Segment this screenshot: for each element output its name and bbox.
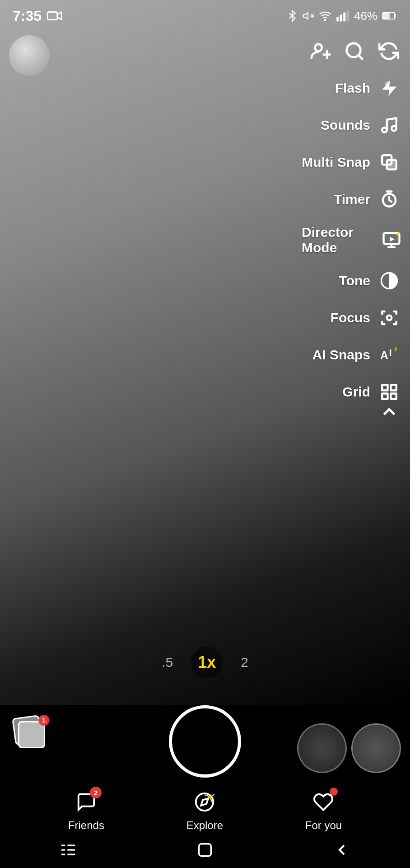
svg-text:A: A bbox=[380, 349, 388, 361]
status-time: 7:35 bbox=[13, 8, 42, 24]
svg-marker-16 bbox=[382, 80, 396, 96]
svg-rect-5 bbox=[336, 17, 339, 22]
collapse-menu-button[interactable] bbox=[377, 400, 401, 424]
wifi-icon bbox=[319, 9, 331, 22]
focus-icon bbox=[377, 306, 401, 330]
svg-line-24 bbox=[389, 200, 391, 202]
flip-camera-button[interactable] bbox=[378, 41, 399, 63]
battery-icon bbox=[382, 11, 397, 20]
friends-badge: 2 bbox=[90, 787, 102, 798]
nav-item-explore[interactable]: Explore bbox=[186, 788, 223, 832]
recent-snaps bbox=[297, 723, 401, 773]
timer-icon bbox=[377, 188, 401, 211]
svg-rect-10 bbox=[383, 13, 389, 19]
svg-rect-0 bbox=[47, 12, 57, 20]
mute-icon bbox=[303, 10, 314, 22]
svg-point-11 bbox=[315, 44, 322, 51]
camera-menu: Flash Sounds Multi Snap bbox=[293, 70, 410, 410]
svg-rect-33 bbox=[382, 385, 387, 390]
svg-point-30 bbox=[387, 316, 392, 321]
svg-rect-8 bbox=[347, 10, 349, 22]
svg-rect-6 bbox=[340, 15, 342, 22]
video-icon bbox=[47, 8, 62, 24]
svg-marker-28 bbox=[390, 237, 395, 242]
svg-rect-35 bbox=[382, 394, 387, 399]
multi-snap-icon bbox=[377, 151, 401, 174]
zoom-1x-button[interactable]: 1x bbox=[191, 646, 223, 678]
top-controls bbox=[311, 32, 410, 72]
menu-item-multi-snap[interactable]: Multi Snap bbox=[293, 144, 410, 180]
svg-point-4 bbox=[325, 19, 326, 20]
svg-rect-34 bbox=[391, 385, 396, 390]
menu-item-director-mode[interactable]: Director Mode bbox=[293, 218, 410, 262]
nav-label-for-you: For you bbox=[305, 819, 342, 832]
ai-snaps-icon: A I bbox=[377, 343, 401, 367]
svg-rect-7 bbox=[343, 13, 345, 22]
system-navigation-bar bbox=[0, 832, 410, 868]
status-bar: 7:35 46% bbox=[0, 0, 410, 32]
menu-item-tone[interactable]: Tone bbox=[293, 263, 410, 299]
svg-marker-1 bbox=[303, 12, 308, 19]
menu-item-focus[interactable]: Focus bbox=[293, 300, 410, 336]
svg-line-15 bbox=[359, 55, 362, 59]
menu-item-ai-snaps[interactable]: AI Snaps A I bbox=[293, 337, 410, 373]
menu-item-timer[interactable]: Timer bbox=[293, 181, 410, 217]
for-you-badge bbox=[330, 788, 338, 796]
signal-icon bbox=[336, 10, 349, 22]
avatar[interactable] bbox=[9, 35, 50, 76]
sounds-icon bbox=[377, 113, 401, 137]
svg-text:I: I bbox=[389, 348, 392, 358]
sys-home-button[interactable] bbox=[191, 836, 219, 863]
svg-point-19 bbox=[391, 126, 396, 131]
menu-item-flash[interactable]: Flash bbox=[293, 70, 410, 106]
zoom-controls: .5 1x 2 bbox=[162, 646, 248, 678]
svg-rect-36 bbox=[391, 394, 396, 399]
svg-rect-21 bbox=[387, 160, 396, 170]
recent-snap-1[interactable] bbox=[297, 723, 347, 773]
nav-label-friends: Friends bbox=[68, 819, 104, 832]
nav-label-explore: Explore bbox=[186, 819, 223, 832]
nav-item-for-you[interactable]: For you bbox=[305, 788, 342, 832]
battery-text: 46% bbox=[354, 9, 377, 23]
search-button[interactable] bbox=[344, 41, 365, 63]
director-mode-icon bbox=[382, 228, 401, 252]
sys-back-button[interactable] bbox=[328, 836, 355, 863]
tone-icon bbox=[377, 269, 401, 292]
svg-point-18 bbox=[382, 127, 387, 132]
zoom-2x-button[interactable]: 2 bbox=[241, 655, 248, 670]
recent-snap-2[interactable] bbox=[351, 723, 401, 773]
svg-point-37 bbox=[196, 793, 213, 811]
sys-menu-button[interactable] bbox=[55, 836, 82, 863]
flash-icon bbox=[377, 76, 401, 100]
bottom-navigation: 2 Friends Explore For you bbox=[0, 788, 410, 832]
svg-rect-44 bbox=[199, 844, 211, 856]
shutter-button[interactable] bbox=[169, 705, 241, 778]
bluetooth-icon bbox=[286, 10, 298, 22]
menu-item-sounds[interactable]: Sounds bbox=[293, 107, 410, 143]
nav-item-friends[interactable]: 2 Friends bbox=[68, 788, 104, 832]
add-friend-button[interactable] bbox=[310, 41, 331, 63]
status-icons: 46% bbox=[286, 9, 397, 23]
zoom-point5-button[interactable]: .5 bbox=[162, 655, 173, 670]
